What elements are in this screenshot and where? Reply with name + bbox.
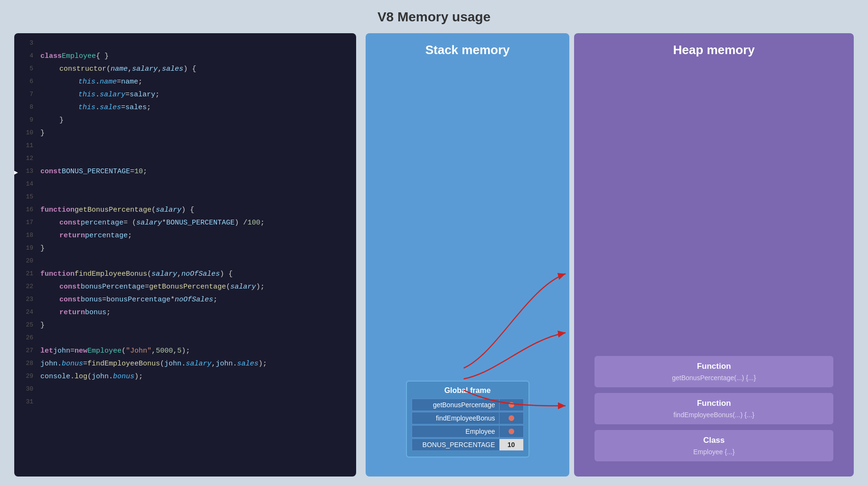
frame-value-getbonus xyxy=(500,400,523,410)
frame-value-bonus-pct: 10 xyxy=(500,439,523,450)
code-line-27: 27 let john = new Employee ( "John" , 50… xyxy=(40,346,351,358)
heap-box-getbonus-content: getBonusPercentage(...) {...} xyxy=(602,374,826,382)
code-line-14: 14 xyxy=(40,179,351,192)
code-line-6: 6 this . name = name ; xyxy=(40,76,351,89)
execution-arrow: ► xyxy=(14,166,18,180)
heap-box-findbonus-content: findEmployeeBonus(...) {...} xyxy=(602,411,826,419)
code-line-28: 28 john . bonus = findEmployeeBonus ( jo… xyxy=(40,358,351,371)
code-line-22: 22 const bonusPercentage = getBonusPerce… xyxy=(40,281,351,294)
frame-label-bonus-pct: BONUS_PERCENTAGE xyxy=(412,439,500,450)
heap-box-class-content: Employee {...} xyxy=(602,448,826,456)
code-line-10: 10 } xyxy=(40,128,351,140)
dot-findbonus xyxy=(509,415,514,421)
code-content: 3 4 class Employee { } 5 constructor ( n… xyxy=(14,38,356,410)
heap-box-class: Class Employee {...} xyxy=(594,430,833,461)
code-line-20: 20 xyxy=(40,256,351,269)
frame-label-findbonus: findEmployeeBonus xyxy=(412,412,500,424)
global-frame: Global frame getBonusPercentage findEmpl… xyxy=(406,381,529,458)
frame-row-bonus-pct: BONUS_PERCENTAGE 10 xyxy=(412,439,524,451)
global-frame-title: Global frame xyxy=(412,386,524,395)
code-line-21: 21 function findEmployeeBonus ( salary ,… xyxy=(40,269,351,281)
code-line-9: 9 } xyxy=(40,115,351,128)
code-line-23: 23 const bonus = bonusPercentage * noOfS… xyxy=(40,294,351,307)
code-line-4: 4 class Employee { } xyxy=(40,51,351,64)
heap-box-findbonus-title: Function xyxy=(602,399,826,408)
heap-box-getbonus: Function getBonusPercentage(...) {...} xyxy=(594,356,833,387)
frame-value-findbonus xyxy=(500,413,523,423)
heap-title: Heap memory xyxy=(673,43,755,57)
stack-title: Stack memory xyxy=(425,43,510,57)
code-line-16: 16 function getBonusPercentage ( salary … xyxy=(40,205,351,217)
frame-row-employee: Employee xyxy=(412,425,524,438)
code-line-7: 7 this . salary = salary ; xyxy=(40,89,351,102)
frame-label-employee: Employee xyxy=(412,426,500,437)
code-line-12: 12 xyxy=(40,153,351,166)
frame-row-findbonus: findEmployeeBonus xyxy=(412,412,524,424)
code-line-19: 19 } xyxy=(40,243,351,256)
heap-box-class-title: Class xyxy=(602,436,826,445)
code-line-31: 31 xyxy=(40,397,351,410)
code-line-30: 30 xyxy=(40,384,351,397)
heap-box-getbonus-title: Function xyxy=(602,362,826,371)
heap-panel: Heap memory Function getBonusPercentage(… xyxy=(574,33,854,477)
code-line-15: 15 xyxy=(40,192,351,205)
code-line-17: 17 const percentage = ( salary * BONUS_P… xyxy=(40,217,351,230)
memory-section: Stack memory Global frame getBonusPercen… xyxy=(366,33,854,477)
page-title: V8 Memory usage xyxy=(377,9,491,25)
code-line-13: 13 ► const BONUS_PERCENTAGE = 10 ; xyxy=(40,166,351,179)
code-line-8: 8 this . sales = sales ; xyxy=(40,102,351,115)
dot-getbonus xyxy=(509,402,514,408)
code-panel: 3 4 class Employee { } 5 constructor ( n… xyxy=(14,33,356,477)
code-line-26: 26 xyxy=(40,333,351,346)
code-line-29: 29 console . log ( john . bonus ); xyxy=(40,371,351,384)
frame-label-getbonus: getBonusPercentage xyxy=(412,399,500,411)
code-line-5: 5 constructor ( name , salary , sales ) … xyxy=(40,64,351,76)
code-line-11: 11 xyxy=(40,140,351,153)
code-line-24: 24 return bonus ; xyxy=(40,307,351,320)
code-line-18: 18 return percentage ; xyxy=(40,230,351,243)
dot-employee xyxy=(509,429,514,434)
code-line-25: 25 } xyxy=(40,320,351,333)
stack-panel: Stack memory Global frame getBonusPercen… xyxy=(366,33,569,477)
code-line-3: 3 xyxy=(40,38,351,51)
frame-row-getbonus: getBonusPercentage xyxy=(412,399,524,411)
frame-value-employee xyxy=(500,427,523,436)
heap-box-findbonus: Function findEmployeeBonus(...) {...} xyxy=(594,393,833,424)
